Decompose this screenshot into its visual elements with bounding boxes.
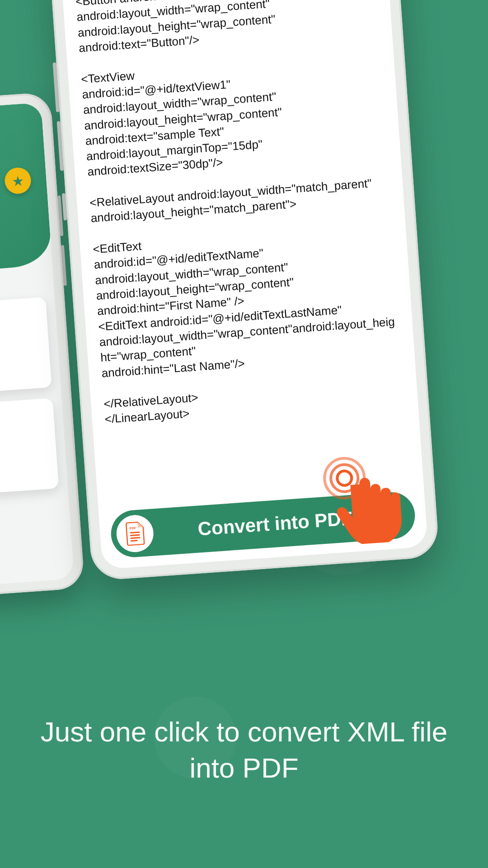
phone-frame: ‹ <Button android:id="@+id/buton1" andro… — [48, 0, 440, 581]
star-badge-icon[interactable]: ★ — [4, 167, 32, 195]
svg-text:PDF: PDF — [130, 526, 136, 530]
phone-screen: ‹ <Button android:id="@+id/buton1" andro… — [60, 0, 428, 570]
side-card[interactable]: F — [0, 398, 59, 502]
convert-button-label: Convert into PDF — [153, 503, 416, 543]
main-phone: ‹ <Button android:id="@+id/buton1" andro… — [48, 0, 440, 581]
promo-tagline: Just one click to convert XML file into … — [0, 714, 488, 787]
star-icon: ★ — [11, 172, 24, 189]
promo-stage: ★ — [0, 0, 488, 868]
convert-button[interactable]: PDF Convert into PDF — [109, 491, 417, 559]
xml-viewer[interactable]: <Button android:id="@+id/buton1" android… — [61, 0, 423, 502]
side-hero: ★ — [0, 103, 52, 280]
side-cards: F — [0, 265, 68, 503]
phone-screen: ★ — [0, 103, 74, 594]
xml-code-text: <Button android:id="@+id/buton1" android… — [75, 0, 405, 427]
side-card[interactable] — [0, 297, 52, 401]
pdf-file-icon: PDF — [115, 514, 155, 554]
